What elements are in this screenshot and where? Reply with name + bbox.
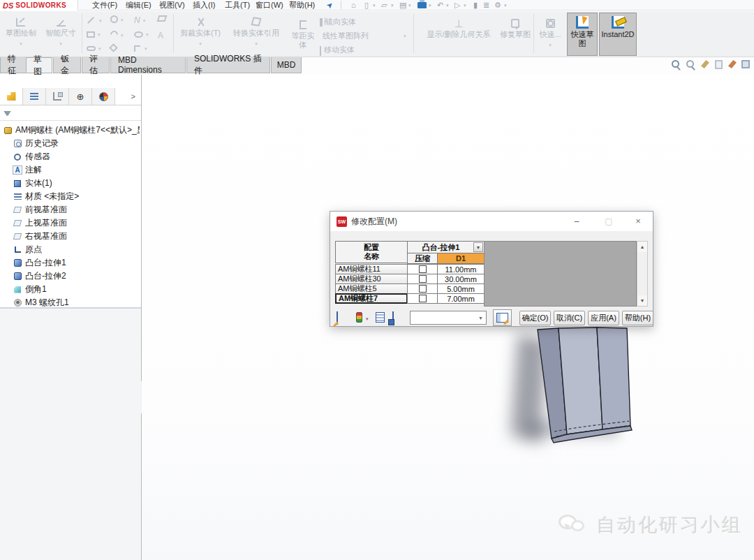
parameters-list-icon[interactable]: [376, 312, 385, 323]
home-icon[interactable]: ⌂: [351, 0, 356, 10]
options-dropdown-icon[interactable]: ▾: [504, 3, 507, 8]
dimension-value-cell[interactable]: 30.00mm: [437, 274, 485, 284]
tab-sheet-metal[interactable]: 钣金: [53, 57, 81, 73]
ellipse-tool-button[interactable]: ▾: [134, 31, 149, 38]
slot-tool-button[interactable]: ▾: [87, 45, 101, 52]
group-dropdown-arrow[interactable]: ▾: [404, 32, 406, 39]
suppress-checkbox[interactable]: [419, 285, 427, 293]
section-view-icon[interactable]: [701, 60, 712, 71]
apply-button[interactable]: 应用(A): [588, 311, 619, 325]
options-gear-icon[interactable]: ⚙: [494, 0, 501, 10]
config-row-name[interactable]: AM铜螺柱11: [335, 264, 408, 274]
table-scrollbar[interactable]: ▲ ▼: [637, 241, 648, 307]
suppress-checkbox[interactable]: [419, 295, 427, 302]
undo-icon[interactable]: ↶: [437, 0, 443, 10]
rectangle-tool-button[interactable]: ▾: [87, 31, 101, 38]
dialog-title-bar[interactable]: SW 修改配置(M) – ▢ ×: [330, 212, 653, 231]
tree-item-material[interactable]: 材质 <未指定>: [13, 190, 79, 203]
new-document-dropdown-icon[interactable]: ▾: [373, 3, 376, 8]
print-icon[interactable]: [417, 2, 427, 8]
print-dropdown-icon[interactable]: ▾: [429, 3, 431, 8]
convert-entities-button[interactable]: 转换实体引用 ▾: [228, 15, 285, 48]
edit-table-icon[interactable]: [337, 311, 338, 325]
cancel-button[interactable]: 取消(C): [554, 311, 585, 325]
tree-root-part[interactable]: AM铜螺柱 (AM铜螺柱7<<默认>_显: [3, 124, 140, 137]
save-table-icon[interactable]: [392, 311, 394, 325]
property-manager-tab[interactable]: [23, 88, 46, 105]
tree-item-right-plane[interactable]: 右视基准面: [13, 230, 67, 243]
feature-manager-tab[interactable]: [0, 88, 23, 105]
minimize-button[interactable]: –: [569, 216, 584, 228]
quick-snaps-button[interactable]: 快速... ▾: [536, 17, 564, 50]
tree-item-annotations[interactable]: A注解: [13, 163, 42, 177]
tab-features[interactable]: 特征: [0, 57, 27, 73]
linear-pattern-button[interactable]: 线性草图阵列: [320, 31, 369, 41]
trim-entities-button[interactable]: 剪裁实体(T) ▾: [176, 15, 225, 48]
dropdown-arrow-icon[interactable]: ▾: [255, 39, 258, 48]
menu-insert[interactable]: 插入(I): [190, 1, 218, 10]
save-dropdown-icon[interactable]: ▾: [408, 3, 411, 8]
save-icon[interactable]: ▤: [399, 0, 406, 10]
apply-table-button[interactable]: [493, 309, 512, 326]
configuration-manager-tab[interactable]: [46, 88, 69, 105]
smart-dimension-button[interactable]: 智能尺寸 ▾: [42, 15, 80, 48]
tab-solidworks-addins[interactable]: SOLIDWORKS 插件: [186, 57, 270, 73]
offset-entities-button[interactable]: 等距实体: [289, 18, 317, 50]
mirror-entities-button[interactable]: 镜向实体: [320, 17, 356, 27]
menu-help[interactable]: 帮助(H): [286, 1, 318, 10]
pin-menu-icon[interactable]: ➤: [325, 0, 336, 10]
instant2d-button[interactable]: Instant2D: [599, 13, 637, 56]
menu-edit[interactable]: 编辑(E): [123, 1, 154, 10]
dropdown-arrow-icon[interactable]: ▾: [59, 39, 62, 48]
tab-evaluate[interactable]: 评估: [82, 57, 110, 73]
solidworks-logo[interactable]: DS SOLIDWORKS: [0, 0, 78, 10]
close-button[interactable]: ×: [630, 216, 646, 228]
circle-tool-button[interactable]: ▾: [110, 15, 124, 23]
plane-tool-button[interactable]: [158, 15, 166, 22]
dropdown-arrow-icon[interactable]: ▾: [549, 40, 552, 50]
tree-item-boss-extrude1[interactable]: 凸台-拉伸1: [13, 256, 66, 270]
suppress-checkbox[interactable]: [419, 265, 427, 273]
fillet-tool-button[interactable]: ▾: [134, 45, 147, 52]
config-row-name[interactable]: AM铜螺柱30: [335, 274, 408, 284]
feature-combo-arrow-icon[interactable]: ▼: [473, 242, 483, 252]
tree-item-front-plane[interactable]: 前视基准面: [13, 203, 67, 216]
eyedropper-icon[interactable]: ▮: [473, 0, 478, 10]
new-document-icon[interactable]: ▯: [364, 0, 369, 10]
menu-window[interactable]: 窗口(W): [253, 1, 286, 10]
arc-tool-button[interactable]: ▾: [110, 31, 124, 38]
dimension-value-cell[interactable]: 11.00mm: [437, 264, 485, 274]
dropdown-arrow-icon[interactable]: ▾: [20, 39, 22, 48]
help-button[interactable]: 帮助(H): [622, 311, 653, 325]
tree-filter-bar[interactable]: [0, 106, 141, 121]
tree-item-boss-extrude2[interactable]: 凸台-拉伸2: [13, 270, 66, 283]
tree-item-solid-bodies[interactable]: 实体(1): [13, 177, 52, 190]
dimension-value-cell[interactable]: 5.00mm: [437, 283, 485, 294]
polygon-tool-button[interactable]: [110, 45, 117, 51]
apply-scene-icon[interactable]: [741, 60, 753, 71]
menu-view[interactable]: 视图(V): [156, 1, 188, 10]
tree-item-sensors[interactable]: 传感器: [13, 150, 50, 163]
zoom-to-area-icon[interactable]: [686, 60, 697, 71]
panel-expand-arrow[interactable]: >: [115, 88, 141, 105]
select-dropdown-icon[interactable]: ▾: [464, 3, 466, 8]
dropdown-arrow-icon[interactable]: ▾: [199, 39, 202, 48]
config-row-name[interactable]: AM铜螺柱5: [335, 283, 408, 294]
dimxpert-manager-tab[interactable]: ⊕: [69, 88, 92, 105]
tree-item-origin[interactable]: 原点: [13, 243, 42, 256]
display-relations-button[interactable]: ⊥ 显示/删除几何关系: [417, 17, 500, 39]
zoom-to-fit-icon[interactable]: [672, 60, 683, 71]
tree-item-chamfer1[interactable]: 倒角1: [13, 283, 47, 296]
rapid-sketch-button[interactable]: 快速草图: [567, 13, 598, 56]
select-pointer-icon[interactable]: ▷: [454, 0, 460, 10]
tree-item-top-plane[interactable]: 上视基准面: [13, 216, 67, 230]
move-entities-button[interactable]: 移动实体: [320, 45, 355, 55]
standoff-3d-model[interactable]: [510, 321, 670, 461]
tree-item-history[interactable]: 历史记录: [13, 137, 59, 150]
open-dropdown-icon[interactable]: ▾: [391, 3, 394, 8]
traffic-light-icon[interactable]: [356, 312, 362, 323]
line-tool-button[interactable]: ▾: [87, 17, 102, 24]
suppress-checkbox[interactable]: [419, 275, 427, 283]
view-orientation-icon[interactable]: [715, 60, 726, 71]
tab-sketch[interactable]: 草图: [26, 57, 52, 73]
